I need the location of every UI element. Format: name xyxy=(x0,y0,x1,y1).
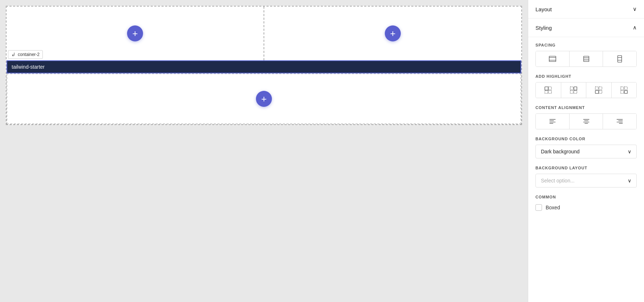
svg-rect-6 xyxy=(618,56,622,62)
svg-rect-10 xyxy=(549,87,551,90)
svg-rect-12 xyxy=(549,90,551,93)
split-right: + xyxy=(264,7,521,60)
spacing-full-icon xyxy=(549,55,557,63)
nav-bar-text: tailwind-starter xyxy=(12,64,45,70)
bg-color-chevron: ∨ xyxy=(628,149,631,154)
back-arrow-icon: ↲ xyxy=(11,52,16,57)
highlight-top-left-btn[interactable] xyxy=(536,82,561,98)
svg-rect-17 xyxy=(595,87,598,90)
boxed-label: Boxed xyxy=(546,205,560,210)
highlight-row xyxy=(535,82,637,98)
alignment-title: CONTENT ALIGNMENT xyxy=(535,105,637,110)
align-right-btn[interactable] xyxy=(603,114,636,129)
svg-rect-21 xyxy=(621,87,624,90)
svg-rect-19 xyxy=(595,90,599,93)
align-center-btn[interactable] xyxy=(570,114,603,129)
common-boxed-row: Boxed xyxy=(535,203,637,212)
canvas-area: + ↲ container-2 + tailwind-starter + xyxy=(0,0,528,302)
bg-layout-chevron: ∨ xyxy=(628,178,631,184)
add-button-inner[interactable]: + xyxy=(256,91,272,107)
styling-section-header[interactable]: Styling ∧ xyxy=(528,19,644,37)
bg-layout-dropdown[interactable]: Select option... ∨ xyxy=(535,174,637,188)
align-left-icon xyxy=(549,117,557,125)
panel-body: SPACING xyxy=(528,37,644,218)
spacing-medium-btn[interactable] xyxy=(570,51,603,67)
svg-rect-24 xyxy=(624,90,627,93)
svg-rect-3 xyxy=(583,56,589,62)
outer-container: + ↲ container-2 + tailwind-starter + xyxy=(6,6,522,125)
right-panel: Layout ∨ Styling ∧ SPACING xyxy=(528,0,644,302)
spacing-medium-icon xyxy=(582,55,590,63)
align-center-icon xyxy=(582,117,590,125)
svg-rect-23 xyxy=(621,90,624,93)
align-left-btn[interactable] xyxy=(536,114,570,129)
svg-rect-11 xyxy=(545,90,548,93)
spacing-full-btn[interactable] xyxy=(536,51,570,67)
spacing-compact-btn[interactable] xyxy=(603,51,636,67)
svg-rect-13 xyxy=(570,87,573,90)
svg-rect-14 xyxy=(574,87,577,90)
styling-title: Styling xyxy=(535,25,552,31)
highlight-top-right-btn[interactable] xyxy=(561,82,587,98)
styling-chevron: ∧ xyxy=(633,24,637,31)
bg-layout-title: BACKGROUND LAYOUT xyxy=(535,166,637,170)
bg-color-value: Dark background xyxy=(541,149,580,154)
bg-layout-placeholder: Select option... xyxy=(541,178,575,184)
svg-rect-22 xyxy=(624,87,627,90)
highlight-tr-icon xyxy=(570,86,578,94)
split-left: + ↲ container-2 xyxy=(7,7,264,60)
bg-color-title: BACKGROUND COLOR xyxy=(535,137,637,141)
alignment-row xyxy=(535,113,637,129)
svg-rect-15 xyxy=(570,90,573,93)
nav-bar: tailwind-starter xyxy=(7,60,521,73)
svg-rect-18 xyxy=(599,87,602,90)
bg-color-dropdown[interactable]: Dark background ∨ xyxy=(535,145,637,158)
highlight-title: ADD HIGHLIGHT xyxy=(535,74,637,78)
add-button-right[interactable]: + xyxy=(385,25,401,41)
container-label: ↲ container-2 xyxy=(8,50,43,59)
layout-title: Layout xyxy=(535,6,552,12)
svg-rect-9 xyxy=(545,87,548,90)
svg-rect-20 xyxy=(599,90,602,93)
svg-rect-0 xyxy=(549,56,556,62)
highlight-br-icon xyxy=(620,86,628,94)
highlight-bottom-left-btn[interactable] xyxy=(586,82,612,98)
layout-chevron: ∨ xyxy=(633,6,637,12)
common-title: COMMON xyxy=(535,195,637,199)
svg-rect-16 xyxy=(574,90,577,93)
split-container: + ↲ container-2 + xyxy=(7,7,521,60)
inner-area: + xyxy=(7,73,521,124)
add-button-left[interactable]: + xyxy=(127,25,143,41)
highlight-bottom-right-btn[interactable] xyxy=(612,82,637,98)
highlight-tl-icon xyxy=(544,86,552,94)
spacing-title: SPACING xyxy=(535,43,637,47)
container-name: container-2 xyxy=(18,52,40,57)
spacing-row xyxy=(535,51,637,67)
highlight-bl-icon xyxy=(595,86,603,94)
boxed-checkbox[interactable] xyxy=(535,204,542,211)
align-right-icon xyxy=(616,117,624,125)
layout-section-header[interactable]: Layout ∨ xyxy=(528,0,644,19)
spacing-compact-icon xyxy=(616,55,624,63)
